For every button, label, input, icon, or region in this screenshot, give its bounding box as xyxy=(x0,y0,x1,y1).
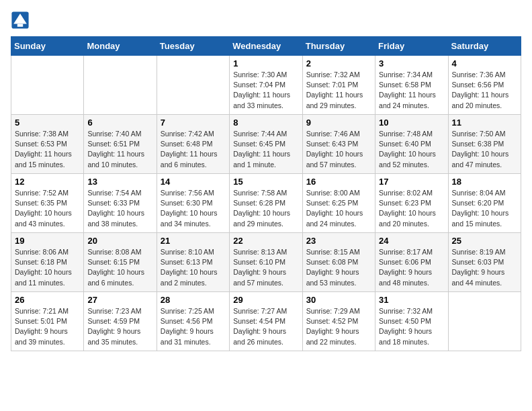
day-info: Sunrise: 7:25 AM Sunset: 4:56 PM Dayligh… xyxy=(161,306,226,347)
day-info: Sunrise: 7:46 AM Sunset: 6:43 PM Dayligh… xyxy=(306,129,371,170)
weekday-header-friday: Friday xyxy=(375,37,448,56)
day-info: Sunrise: 7:32 AM Sunset: 4:50 PM Dayligh… xyxy=(379,306,444,347)
page-header xyxy=(11,11,521,30)
day-number: 15 xyxy=(233,177,298,187)
day-number: 7 xyxy=(161,118,226,128)
day-number: 22 xyxy=(233,236,298,246)
weekday-header-wednesday: Wednesday xyxy=(230,37,302,56)
day-number: 16 xyxy=(306,177,371,187)
day-number: 29 xyxy=(233,295,298,305)
weekday-header-row: SundayMondayTuesdayWednesdayThursdayFrid… xyxy=(11,37,521,56)
day-info: Sunrise: 7:38 AM Sunset: 6:53 PM Dayligh… xyxy=(15,129,80,170)
calendar-cell: 8Sunrise: 7:44 AM Sunset: 6:45 PM Daylig… xyxy=(230,115,302,174)
calendar-cell: 18Sunrise: 8:04 AM Sunset: 6:20 PM Dayli… xyxy=(448,174,521,233)
calendar-cell: 2Sunrise: 7:32 AM Sunset: 7:01 PM Daylig… xyxy=(302,56,375,115)
day-info: Sunrise: 7:58 AM Sunset: 6:28 PM Dayligh… xyxy=(233,188,298,229)
day-number: 1 xyxy=(233,58,298,68)
calendar-cell: 14Sunrise: 7:56 AM Sunset: 6:30 PM Dayli… xyxy=(157,174,229,233)
calendar-cell: 7Sunrise: 7:42 AM Sunset: 6:48 PM Daylig… xyxy=(157,115,229,174)
calendar-cell: 11Sunrise: 7:50 AM Sunset: 6:38 PM Dayli… xyxy=(448,115,521,174)
day-info: Sunrise: 8:08 AM Sunset: 6:15 PM Dayligh… xyxy=(87,247,152,288)
day-number: 4 xyxy=(452,58,517,68)
day-number: 11 xyxy=(452,118,517,128)
weekday-header-monday: Monday xyxy=(84,37,157,56)
day-info: Sunrise: 7:54 AM Sunset: 6:33 PM Dayligh… xyxy=(87,188,152,229)
calendar-cell: 29Sunrise: 7:27 AM Sunset: 4:54 PM Dayli… xyxy=(230,292,302,351)
calendar-cell: 25Sunrise: 8:19 AM Sunset: 6:03 PM Dayli… xyxy=(448,233,521,292)
calendar-cell: 16Sunrise: 8:00 AM Sunset: 6:25 PM Dayli… xyxy=(302,174,375,233)
calendar-cell: 4Sunrise: 7:36 AM Sunset: 6:56 PM Daylig… xyxy=(448,56,521,115)
day-number: 31 xyxy=(379,295,444,305)
day-info: Sunrise: 7:21 AM Sunset: 5:01 PM Dayligh… xyxy=(15,306,80,347)
calendar-cell: 21Sunrise: 8:10 AM Sunset: 6:13 PM Dayli… xyxy=(157,233,229,292)
day-info: Sunrise: 8:19 AM Sunset: 6:03 PM Dayligh… xyxy=(452,247,517,288)
day-info: Sunrise: 7:56 AM Sunset: 6:30 PM Dayligh… xyxy=(161,188,226,229)
day-info: Sunrise: 7:48 AM Sunset: 6:40 PM Dayligh… xyxy=(379,129,444,170)
calendar-cell: 13Sunrise: 7:54 AM Sunset: 6:33 PM Dayli… xyxy=(84,174,157,233)
day-number: 8 xyxy=(233,118,298,128)
day-number: 5 xyxy=(15,118,80,128)
day-info: Sunrise: 8:13 AM Sunset: 6:10 PM Dayligh… xyxy=(233,247,298,288)
calendar-week-3: 12Sunrise: 7:52 AM Sunset: 6:35 PM Dayli… xyxy=(11,174,521,233)
calendar-cell xyxy=(11,56,84,115)
weekday-header-tuesday: Tuesday xyxy=(157,37,229,56)
weekday-header-sunday: Sunday xyxy=(11,37,84,56)
day-info: Sunrise: 8:00 AM Sunset: 6:25 PM Dayligh… xyxy=(306,188,371,229)
weekday-header-thursday: Thursday xyxy=(302,37,375,56)
calendar-cell: 26Sunrise: 7:21 AM Sunset: 5:01 PM Dayli… xyxy=(11,292,84,351)
day-info: Sunrise: 7:50 AM Sunset: 6:38 PM Dayligh… xyxy=(452,129,517,170)
day-info: Sunrise: 7:42 AM Sunset: 6:48 PM Dayligh… xyxy=(161,129,226,170)
day-info: Sunrise: 8:06 AM Sunset: 6:18 PM Dayligh… xyxy=(15,247,80,288)
day-number: 18 xyxy=(452,177,517,187)
calendar-cell: 23Sunrise: 8:15 AM Sunset: 6:08 PM Dayli… xyxy=(302,233,375,292)
day-number: 21 xyxy=(161,236,226,246)
day-info: Sunrise: 7:40 AM Sunset: 6:51 PM Dayligh… xyxy=(87,129,152,170)
day-number: 28 xyxy=(161,295,226,305)
calendar-cell: 15Sunrise: 7:58 AM Sunset: 6:28 PM Dayli… xyxy=(230,174,302,233)
calendar-cell: 10Sunrise: 7:48 AM Sunset: 6:40 PM Dayli… xyxy=(375,115,448,174)
day-info: Sunrise: 7:27 AM Sunset: 4:54 PM Dayligh… xyxy=(233,306,298,347)
day-number: 14 xyxy=(161,177,226,187)
calendar-cell: 30Sunrise: 7:29 AM Sunset: 4:52 PM Dayli… xyxy=(302,292,375,351)
day-number: 6 xyxy=(87,118,152,128)
calendar-cell: 9Sunrise: 7:46 AM Sunset: 6:43 PM Daylig… xyxy=(302,115,375,174)
day-number: 26 xyxy=(15,295,80,305)
day-number: 9 xyxy=(306,118,371,128)
weekday-header-saturday: Saturday xyxy=(448,37,521,56)
logo xyxy=(11,11,31,30)
day-number: 3 xyxy=(379,58,444,68)
day-info: Sunrise: 7:23 AM Sunset: 4:59 PM Dayligh… xyxy=(87,306,152,347)
day-info: Sunrise: 7:52 AM Sunset: 6:35 PM Dayligh… xyxy=(15,188,80,229)
calendar-cell: 28Sunrise: 7:25 AM Sunset: 4:56 PM Dayli… xyxy=(157,292,229,351)
calendar-cell: 17Sunrise: 8:02 AM Sunset: 6:23 PM Dayli… xyxy=(375,174,448,233)
day-number: 12 xyxy=(15,177,80,187)
calendar-cell: 31Sunrise: 7:32 AM Sunset: 4:50 PM Dayli… xyxy=(375,292,448,351)
day-info: Sunrise: 7:44 AM Sunset: 6:45 PM Dayligh… xyxy=(233,129,298,170)
calendar-cell: 24Sunrise: 8:17 AM Sunset: 6:06 PM Dayli… xyxy=(375,233,448,292)
day-info: Sunrise: 8:15 AM Sunset: 6:08 PM Dayligh… xyxy=(306,247,371,288)
day-number: 24 xyxy=(379,236,444,246)
generalblue-logo-icon xyxy=(11,11,30,30)
day-number: 17 xyxy=(379,177,444,187)
day-number: 30 xyxy=(306,295,371,305)
day-number: 27 xyxy=(87,295,152,305)
calendar-week-1: 1Sunrise: 7:30 AM Sunset: 7:04 PM Daylig… xyxy=(11,56,521,115)
calendar-cell: 20Sunrise: 8:08 AM Sunset: 6:15 PM Dayli… xyxy=(84,233,157,292)
calendar-week-2: 5Sunrise: 7:38 AM Sunset: 6:53 PM Daylig… xyxy=(11,115,521,174)
day-number: 20 xyxy=(87,236,152,246)
calendar-cell: 3Sunrise: 7:34 AM Sunset: 6:58 PM Daylig… xyxy=(375,56,448,115)
calendar-cell: 6Sunrise: 7:40 AM Sunset: 6:51 PM Daylig… xyxy=(84,115,157,174)
calendar-cell: 19Sunrise: 8:06 AM Sunset: 6:18 PM Dayli… xyxy=(11,233,84,292)
day-info: Sunrise: 8:17 AM Sunset: 6:06 PM Dayligh… xyxy=(379,247,444,288)
day-info: Sunrise: 7:34 AM Sunset: 6:58 PM Dayligh… xyxy=(379,70,444,111)
calendar-table: SundayMondayTuesdayWednesdayThursdayFrid… xyxy=(11,36,521,351)
calendar-cell: 5Sunrise: 7:38 AM Sunset: 6:53 PM Daylig… xyxy=(11,115,84,174)
day-info: Sunrise: 7:29 AM Sunset: 4:52 PM Dayligh… xyxy=(306,306,371,347)
day-info: Sunrise: 8:02 AM Sunset: 6:23 PM Dayligh… xyxy=(379,188,444,229)
day-info: Sunrise: 7:30 AM Sunset: 7:04 PM Dayligh… xyxy=(233,70,298,111)
calendar-week-5: 26Sunrise: 7:21 AM Sunset: 5:01 PM Dayli… xyxy=(11,292,521,351)
calendar-cell: 27Sunrise: 7:23 AM Sunset: 4:59 PM Dayli… xyxy=(84,292,157,351)
calendar-cell xyxy=(157,56,229,115)
day-info: Sunrise: 7:36 AM Sunset: 6:56 PM Dayligh… xyxy=(452,70,517,111)
day-info: Sunrise: 8:10 AM Sunset: 6:13 PM Dayligh… xyxy=(161,247,226,288)
